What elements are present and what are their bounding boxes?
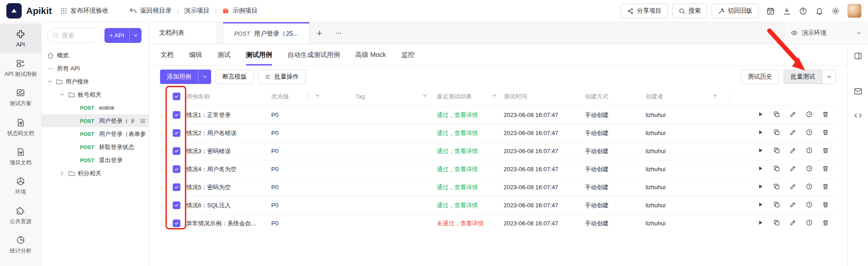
edit-button[interactable] <box>789 183 798 192</box>
drag-handle[interactable] <box>159 184 166 191</box>
filter-icon[interactable] <box>315 93 321 99</box>
sidebar-item-项目文档[interactable]: 项目文档 <box>0 142 41 171</box>
row-checkbox[interactable] <box>173 147 180 155</box>
sidebar-item-统计分析[interactable]: 统计分析 <box>0 230 41 259</box>
drag-handle[interactable] <box>159 148 166 155</box>
code-button[interactable] <box>854 111 863 120</box>
run-button[interactable] <box>757 111 766 120</box>
row-checkbox[interactable] <box>173 129 180 137</box>
run-button[interactable] <box>757 219 766 228</box>
run-button[interactable] <box>757 147 766 156</box>
row-checkbox[interactable] <box>173 219 180 227</box>
tab-open-api[interactable]: POST 用户登录（JS... <box>223 22 310 44</box>
view-details-link[interactable]: 查看详情 <box>454 147 478 155</box>
copy-button[interactable] <box>773 201 782 210</box>
more-tabs-button[interactable] <box>329 22 348 44</box>
filter-icon[interactable] <box>491 93 497 99</box>
view-details-link[interactable]: 查看详情 <box>454 165 478 173</box>
copy-button[interactable] <box>773 219 782 228</box>
breadcrumb-project[interactable]: 演示项目 <box>184 7 209 15</box>
avatar[interactable] <box>847 4 862 18</box>
delete-button[interactable] <box>822 165 831 174</box>
copy-button[interactable] <box>773 111 782 120</box>
apikit-logo-icon[interactable] <box>6 3 22 19</box>
delete-button[interactable] <box>822 129 831 138</box>
tree-item-所有-API[interactable]: 所有 API <box>42 62 149 75</box>
run-button[interactable] <box>757 129 766 138</box>
subtab-自动生成测试用例[interactable]: 自动生成测试用例 <box>288 44 340 65</box>
tree-item-获取登录状态[interactable]: POST 获取登录状态 <box>42 140 149 154</box>
run-button[interactable] <box>757 165 766 174</box>
row-checkbox[interactable] <box>173 183 180 191</box>
drag-handle[interactable] <box>159 166 166 173</box>
history-button[interactable] <box>806 219 815 228</box>
global-search-button[interactable]: 搜索 <box>672 4 707 18</box>
view-details-link[interactable]: 查看详情 <box>454 201 478 210</box>
edit-button[interactable] <box>789 129 798 138</box>
share-project-button[interactable]: 分享项目 <box>621 4 668 18</box>
settings-button[interactable] <box>828 4 843 18</box>
history-button[interactable] <box>806 201 815 210</box>
view-details-link[interactable]: 查看详情 <box>454 111 478 119</box>
copy-button[interactable] <box>773 147 782 156</box>
workspace-switcher[interactable]: 发布环境验收 <box>60 7 108 15</box>
notifications-button[interactable] <box>812 4 826 18</box>
copy-button[interactable] <box>773 129 782 138</box>
sidebar-item-测试方案[interactable]: 测试方案 <box>0 83 41 112</box>
edit-button[interactable] <box>789 147 798 156</box>
edit-button[interactable] <box>789 219 798 228</box>
subtab-文档[interactable]: 文档 <box>160 44 174 65</box>
tree-item-退出登录[interactable]: POST 退出登录 <box>42 154 149 167</box>
subtab-高级 Mock[interactable]: 高级 Mock <box>355 44 386 65</box>
delete-button[interactable] <box>822 219 831 228</box>
tree-item-概览[interactable]: 概览 <box>42 49 149 62</box>
copy-button[interactable] <box>773 183 782 192</box>
add-api-button[interactable]: + API <box>104 28 142 43</box>
row-checkbox[interactable] <box>173 201 180 209</box>
sidebar-item-API-测试用例[interactable]: API 测试用例 <box>0 53 41 83</box>
history-button[interactable] <box>806 129 815 138</box>
view-details-link[interactable]: 查看详情 <box>460 219 484 228</box>
mail-button[interactable] <box>854 87 863 96</box>
breadcrumb-sample-project[interactable]: 示例项目 <box>222 7 258 15</box>
chevron-down-icon[interactable] <box>47 79 53 84</box>
edit-button[interactable] <box>789 111 798 120</box>
tree-item-账号相关[interactable]: 账号相关 <box>42 88 149 101</box>
run-button[interactable] <box>757 201 766 210</box>
run-button[interactable] <box>757 183 766 192</box>
delete-button[interactable] <box>822 111 831 120</box>
chevron-down-icon[interactable] <box>59 92 65 98</box>
view-details-link[interactable]: 查看详情 <box>454 129 478 137</box>
tree-item-用户模块[interactable]: 用户模块 <box>42 75 149 88</box>
history-button[interactable] <box>806 111 815 120</box>
panel-button[interactable] <box>854 51 863 61</box>
chevron-down-icon[interactable] <box>822 70 835 84</box>
add-case-button[interactable]: 添加用例 <box>160 70 211 84</box>
batch-test-button[interactable]: 批量测试 <box>783 70 836 84</box>
history-button[interactable] <box>806 147 815 156</box>
test-history-button[interactable]: 测试历史 <box>741 70 779 84</box>
drag-handle[interactable] <box>159 220 166 227</box>
history-button[interactable] <box>806 183 815 192</box>
calendar-button[interactable] <box>763 4 778 18</box>
environment-selector[interactable]: 演示环境 <box>784 22 868 44</box>
batch-operations-button[interactable]: 批量操作 <box>258 70 306 84</box>
chevron-down-icon[interactable] <box>198 70 211 84</box>
back-to-root-button[interactable]: 返回根目录 <box>129 7 172 15</box>
row-checkbox[interactable] <box>173 165 180 173</box>
filter-icon[interactable] <box>712 93 718 99</box>
sidebar-item-状态码文档[interactable]: 状态码文档 <box>0 112 41 142</box>
drag-handle[interactable] <box>159 112 166 119</box>
sidebar-item-公共资源[interactable]: 公共资源 <box>0 201 41 230</box>
edit-button[interactable] <box>789 165 798 174</box>
chevron-right-icon[interactable] <box>59 170 65 176</box>
tree-search[interactable] <box>47 28 100 43</box>
sort-icon[interactable] <box>306 93 312 99</box>
sidebar-item-环境[interactable]: 环境 <box>0 171 41 201</box>
delete-button[interactable] <box>822 183 831 192</box>
copy-button[interactable] <box>773 165 782 174</box>
new-tab-button[interactable] <box>310 22 329 44</box>
delete-button[interactable] <box>822 201 831 210</box>
tree-item-积分相关[interactable]: 积分相关 <box>42 167 149 180</box>
drag-handle[interactable] <box>159 130 166 137</box>
